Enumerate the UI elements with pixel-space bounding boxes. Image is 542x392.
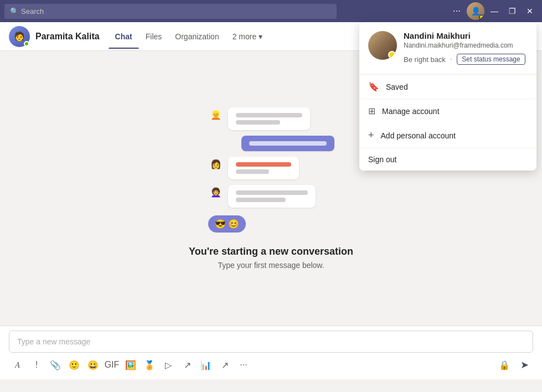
title-bar: 🔍 ⋯ 👤 — ❐ ✕	[0, 0, 542, 22]
praise-btn[interactable]: 🏅	[141, 356, 158, 374]
conversation-start: You're starting a new conversation Type …	[189, 246, 353, 270]
minimize-button[interactable]: —	[487, 3, 502, 19]
add-personal-account-label: Add personal account	[381, 131, 456, 140]
dropdown-status-row: Be right back · Set status message	[404, 54, 528, 65]
nav-tabs: Chat Files Organization 2 more ▾	[109, 24, 270, 49]
emoji-btn[interactable]: 🙂	[65, 356, 83, 374]
set-status-message-button[interactable]: Set status message	[457, 54, 525, 65]
tab-files[interactable]: Files	[139, 24, 169, 49]
close-button[interactable]: ✕	[522, 3, 538, 19]
emoji-reactions: 😎 😊	[208, 213, 246, 233]
sticker-btn[interactable]: 😀	[84, 356, 102, 374]
loop-btn[interactable]: ↗	[178, 356, 196, 374]
bubble-3	[228, 157, 299, 179]
search-input[interactable]	[4, 4, 337, 19]
sign-out-label: Sign out	[368, 155, 396, 164]
manage-account-icon: ⊞	[368, 106, 375, 116]
saved-icon: 🔖	[368, 81, 379, 92]
right-toolbar: 🔒 ➤	[495, 356, 533, 374]
gif-btn[interactable]: GIF	[103, 356, 121, 374]
saved-item[interactable]: 🔖 Saved	[359, 75, 536, 99]
manage-account-item[interactable]: ⊞ Manage account	[359, 99, 536, 123]
sign-out-item[interactable]: Sign out	[359, 148, 536, 171]
audio-btn[interactable]: 🔒	[495, 356, 513, 374]
message-placeholder: Type a new message	[17, 337, 90, 346]
chat-illustration: 👱 👩	[208, 107, 334, 233]
bubble-1	[228, 107, 310, 130]
toolbar-row: 𝐴 ! 📎 🙂 😀 GIF 🖼️ 🏅 ▷ ↗ 📊 ↗ ··· 🔒 ➤	[9, 353, 533, 377]
important-btn[interactable]: !	[28, 356, 45, 374]
schedule-btn[interactable]: ▷	[159, 356, 177, 374]
chat-avatar-4: 👩‍🦱	[208, 185, 224, 200]
dropdown-user-info: Nandini Maikhuri Nandini.maikhuri@framed…	[404, 31, 528, 65]
status-indicator	[479, 14, 484, 20]
contact-name: Paramita Kalita	[35, 32, 100, 42]
chat-avatar-1: 👱	[208, 107, 224, 123]
saved-label: Saved	[386, 82, 408, 91]
conversation-subtitle: Type your first message below.	[189, 261, 353, 270]
tab-chat[interactable]: Chat	[109, 24, 139, 49]
dropdown-user-email: Nandini.maikhuri@framedmedia.com	[404, 42, 528, 49]
dropdown-header: Nandini Maikhuri Nandini.maikhuri@framed…	[359, 22, 536, 74]
conversation-title: You're starting a new conversation	[189, 246, 353, 257]
emoji-row: 😎 😊	[208, 215, 246, 233]
stream-btn[interactable]: 📊	[197, 356, 215, 374]
add-personal-account-item[interactable]: + Add personal account	[359, 123, 536, 148]
dropdown-user-name: Nandini Maikhuri	[404, 31, 528, 40]
send-button[interactable]: ➤	[515, 356, 533, 374]
share-btn[interactable]: ↗	[216, 356, 234, 374]
tab-organization[interactable]: Organization	[168, 24, 225, 49]
chat-avatar-3: 👩	[208, 157, 224, 172]
chat-row-3: 👩	[208, 157, 299, 179]
dropdown-status-dot	[388, 51, 396, 59]
more-tools-btn[interactable]: ···	[235, 356, 252, 374]
format-btn[interactable]: 𝐴	[9, 356, 27, 374]
tab-more[interactable]: 2 more ▾	[226, 24, 269, 49]
title-bar-actions: ⋯ 👤 — ❐ ✕	[449, 2, 538, 20]
bubble-4	[228, 185, 316, 208]
message-area: Type a new message 𝐴 ! 📎 🙂 😀 GIF 🖼️ 🏅 ▷ …	[0, 326, 542, 379]
chat-row-4: 👩‍🦱	[208, 185, 316, 208]
meme-btn[interactable]: 🖼️	[122, 356, 140, 374]
contact-avatar: 🧑	[9, 26, 30, 47]
dropdown-avatar	[368, 31, 397, 60]
online-status-dot	[24, 41, 29, 47]
user-dropdown-panel: Nandini Maikhuri Nandini.maikhuri@framed…	[359, 22, 536, 171]
user-avatar-button[interactable]: 👤	[467, 2, 484, 20]
restore-button[interactable]: ❐	[504, 3, 520, 19]
dropdown-status-text: Be right back	[404, 55, 446, 64]
add-icon: +	[368, 130, 374, 141]
more-button[interactable]: ⋯	[449, 3, 464, 19]
chat-row-2	[241, 136, 334, 151]
chat-row-1: 👱	[208, 107, 310, 130]
search-icon: 🔍	[10, 7, 19, 16]
manage-account-label: Manage account	[382, 107, 440, 116]
attach-btn[interactable]: 📎	[47, 356, 64, 374]
bubble-sent	[241, 136, 334, 151]
message-input[interactable]: Type a new message	[9, 331, 533, 353]
